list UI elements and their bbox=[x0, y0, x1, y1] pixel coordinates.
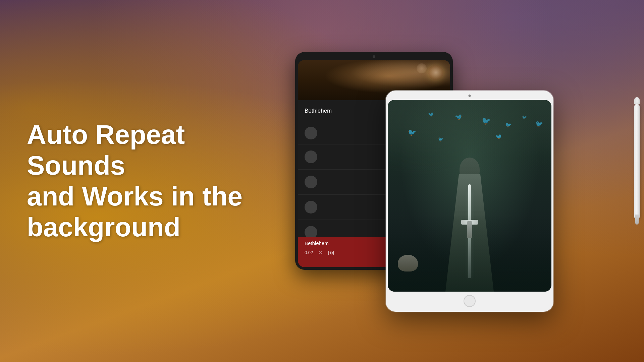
song-avatar-2 bbox=[305, 150, 317, 163]
devices-section: Bethlehem ▶ Christmas Bell Sou... Christ… bbox=[275, 0, 644, 362]
pencil-body bbox=[634, 104, 640, 218]
hero-title-line3: background bbox=[27, 212, 180, 242]
hero-title-line2: and Works in the bbox=[27, 181, 243, 211]
white-tablet-home-button[interactable] bbox=[464, 295, 476, 307]
song-avatar-4 bbox=[305, 201, 317, 214]
pencil-tip bbox=[635, 215, 639, 225]
prev-button[interactable]: ⏮ bbox=[328, 249, 335, 256]
bethlehem-song-name: Bethlehem bbox=[305, 108, 332, 114]
dark-tablet-camera bbox=[373, 55, 375, 58]
hero-text-section: Auto Repeat Sounds and Works in the back… bbox=[27, 119, 245, 243]
song-avatar-3 bbox=[305, 176, 317, 188]
shuffle-button[interactable]: ✕ bbox=[318, 249, 323, 256]
white-tablet-camera bbox=[469, 95, 471, 97]
fantasy-artwork: 🐦 🐦 🐦 🐦 🐦 🐦 🐦 🐦 🐦 bbox=[388, 100, 551, 292]
white-tablet: 🐦 🐦 🐦 🐦 🐦 🐦 🐦 🐦 🐦 bbox=[386, 90, 553, 312]
misty-overlay bbox=[388, 100, 551, 292]
song-avatar-1 bbox=[305, 127, 317, 139]
hero-title-line1: Auto Repeat Sounds bbox=[27, 120, 185, 180]
hero-title: Auto Repeat Sounds and Works in the back… bbox=[27, 119, 245, 243]
playback-time: 0:02 bbox=[305, 250, 313, 255]
white-tablet-screen: 🐦 🐦 🐦 🐦 🐦 🐦 🐦 🐦 🐦 bbox=[388, 100, 551, 292]
apple-pencil bbox=[633, 97, 641, 225]
pencil-cap bbox=[634, 97, 640, 104]
